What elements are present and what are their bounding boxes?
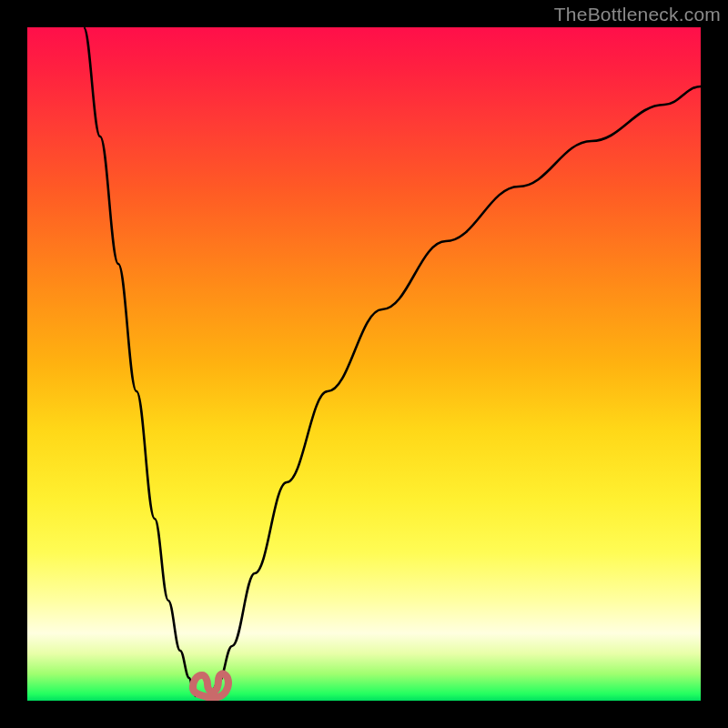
right-curve (209, 86, 701, 696)
curve-layer (27, 27, 701, 701)
left-curve (84, 27, 196, 696)
watermark-text: TheBottleneck.com (554, 4, 721, 25)
chart-frame: TheBottleneck.com (0, 0, 728, 728)
gradient-plot-area (27, 27, 701, 701)
vertex-marker (193, 673, 228, 697)
